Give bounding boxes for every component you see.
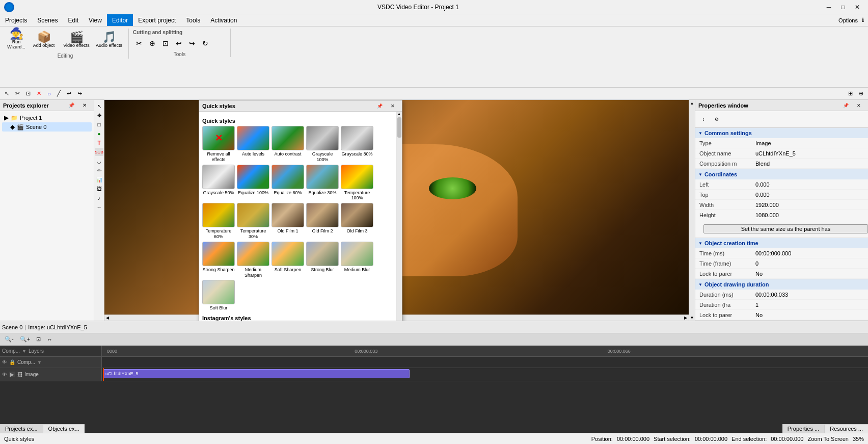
qs-strongblur[interactable]: Strong Blur	[306, 242, 339, 278]
creation-time-header[interactable]: Object creation time	[695, 238, 868, 248]
sub-tool[interactable]: SUB	[95, 148, 103, 156]
drawing-duration-header[interactable]: Object drawing duration	[695, 279, 868, 290]
qs-oldfilm1[interactable]: Old Film 1	[272, 203, 304, 240]
undo-button[interactable]: ↩	[173, 37, 185, 49]
copy-tool[interactable]: ⊡	[23, 89, 33, 99]
qs-scroll-thumb[interactable]	[397, 117, 401, 138]
info-icon[interactable]: ℹ	[862, 17, 864, 23]
properties-pin[interactable]: 📌	[839, 100, 852, 112]
qs-grayscale100[interactable]: Grayscale 100%	[306, 126, 339, 163]
ellipse-tool[interactable]: ●	[95, 129, 103, 138]
qs-close-button[interactable]: ✕	[387, 100, 399, 112]
split-button[interactable]: ⊕	[146, 37, 158, 49]
qs-scroll-up[interactable]: ▲	[397, 112, 401, 116]
run-wizard-button[interactable]: 🧙 Run Wizard...	[6, 29, 26, 49]
qs-auto-contrast[interactable]: Auto contrast	[272, 126, 304, 163]
lock-toggle-comp[interactable]: 🔒	[9, 359, 15, 365]
resources-tab[interactable]: Resources ...	[825, 425, 868, 433]
properties-close[interactable]: ✕	[853, 100, 865, 112]
curve-tool[interactable]: ◡	[95, 157, 103, 165]
menu-view[interactable]: View	[84, 14, 107, 26]
forward-tool[interactable]: ↪	[75, 89, 85, 99]
coordinates-header[interactable]: Coordinates	[695, 169, 868, 179]
scroll-up-button[interactable]: ▲	[689, 100, 695, 106]
qs-mediumsharpen[interactable]: Medium Sharpen	[237, 242, 269, 278]
line-tool[interactable]: ╱	[55, 89, 63, 99]
tl-zoom-reset[interactable]: ↔	[44, 334, 55, 345]
arrows-tool[interactable]: ↔	[95, 203, 103, 211]
menu-activation[interactable]: Activation	[205, 14, 242, 26]
scene-item[interactable]: ◆ 🎬 Scene 0	[2, 122, 92, 132]
image-tool[interactable]: 🖼	[95, 185, 103, 193]
qs-equalize100[interactable]: Equalize 100%	[237, 165, 269, 201]
menu-tools[interactable]: Tools	[181, 14, 205, 26]
qs-mediumblur[interactable]: Medium Blur	[341, 242, 373, 278]
tl-zoom-out[interactable]: 🔍-	[2, 334, 16, 345]
circle-tool[interactable]: ○	[45, 89, 53, 99]
qs-strongsharpen[interactable]: Strong Sharpen	[202, 242, 235, 278]
qs-auto-levels[interactable]: Auto levels	[237, 126, 269, 163]
qs-temp60[interactable]: Temperature 60%	[202, 203, 235, 240]
delete-tool[interactable]: ✕	[34, 89, 44, 99]
image-clip[interactable]: uCLhtdIYXnE_5	[103, 369, 410, 378]
qs-pin-button[interactable]: 📌	[373, 100, 386, 112]
qs-grayscale80[interactable]: Grayscale 80%	[341, 126, 373, 163]
pencil-tool[interactable]: ✏	[95, 166, 103, 174]
video-effects-button[interactable]: 🎬 Video effects	[61, 29, 92, 51]
qs-grayscale50[interactable]: Grayscale 50%	[202, 165, 235, 201]
set-size-button[interactable]: Set the same size as the parent has	[703, 224, 868, 233]
cut-button[interactable]: ✂	[133, 37, 145, 49]
qs-equalize30[interactable]: Equalize 30%	[306, 165, 339, 201]
layer-expand[interactable]: ▶	[9, 372, 15, 377]
music-tool[interactable]: ♪	[95, 194, 103, 202]
options-label[interactable]: Options	[838, 17, 858, 23]
scroll-left-button[interactable]: ◀	[104, 315, 111, 321]
qs-remove-all[interactable]: Remove all effects	[202, 126, 235, 163]
move-tool[interactable]: ✥	[95, 111, 103, 119]
close-panel-button[interactable]: ✕	[78, 99, 91, 112]
tl-zoom-in[interactable]: 🔍+	[17, 334, 33, 345]
image-track[interactable]: uCLhtdIYXnE_5	[102, 368, 868, 381]
rotate-button[interactable]: ↻	[199, 37, 211, 49]
eye-toggle-image[interactable]: 👁	[2, 372, 7, 377]
scroll-right-button[interactable]: ▶	[683, 315, 689, 321]
menu-scenes[interactable]: Scenes	[32, 14, 63, 26]
menu-projects[interactable]: Projects	[0, 14, 32, 26]
pin-button[interactable]: 📌	[65, 99, 77, 112]
menu-editor[interactable]: Editor	[107, 14, 133, 26]
objects-explorer-tab[interactable]: Objects ex...	[43, 425, 85, 433]
menu-export[interactable]: Export project	[133, 14, 181, 26]
snap-tool[interactable]: ⊕	[856, 89, 866, 99]
quick-styles-scroll[interactable]: Quick styles Remove all effects Auto lev…	[199, 112, 396, 321]
select-tool[interactable]: ↖	[95, 102, 103, 110]
audio-effects-button[interactable]: 🎵 Audio effects	[94, 29, 124, 51]
grid-tool[interactable]: ⊞	[846, 89, 855, 99]
projects-explorer-tab[interactable]: Projects ex...	[0, 425, 43, 433]
common-settings-header[interactable]: Common settings	[695, 128, 868, 138]
qs-scrollbar[interactable]: ▲ ▼	[396, 112, 402, 321]
back-tool[interactable]: ↩	[64, 89, 74, 99]
properties-tab[interactable]: Properties ...	[782, 425, 825, 433]
menu-edit[interactable]: Edit	[63, 14, 84, 26]
qs-softsharpen[interactable]: Soft Sharpen	[272, 242, 304, 278]
qs-temp100[interactable]: Temperature 100%	[341, 165, 373, 201]
maximize-button[interactable]: □	[836, 2, 850, 12]
prop-filter-btn[interactable]: ⚙	[711, 113, 723, 125]
scissors-tool[interactable]: ✂	[13, 89, 22, 99]
qs-equalize60[interactable]: Equalize 60%	[272, 165, 304, 201]
qs-oldfilm2[interactable]: Old Film 2	[306, 203, 339, 240]
qs-oldfilm3[interactable]: Old Film 3	[341, 203, 373, 240]
chart-tool[interactable]: 📊	[95, 175, 103, 184]
scroll-down-button[interactable]: ▼	[689, 315, 695, 321]
project-item[interactable]: ▶ 📁 Project 1	[2, 113, 92, 122]
cursor-tool[interactable]: ↖	[2, 89, 12, 99]
redo-button[interactable]: ↪	[186, 37, 198, 49]
qs-softblur[interactable]: Soft Blur	[202, 280, 235, 311]
add-object-button[interactable]: 📦 Add object	[29, 29, 59, 51]
rectangle-tool[interactable]: □	[95, 120, 103, 128]
close-button[interactable]: ✕	[851, 2, 864, 12]
prop-sort-btn[interactable]: ↕	[697, 113, 710, 125]
tl-zoom-fit[interactable]: ⊡	[34, 334, 43, 345]
minimize-button[interactable]: ─	[822, 2, 835, 12]
text-tool[interactable]: T	[95, 139, 103, 147]
